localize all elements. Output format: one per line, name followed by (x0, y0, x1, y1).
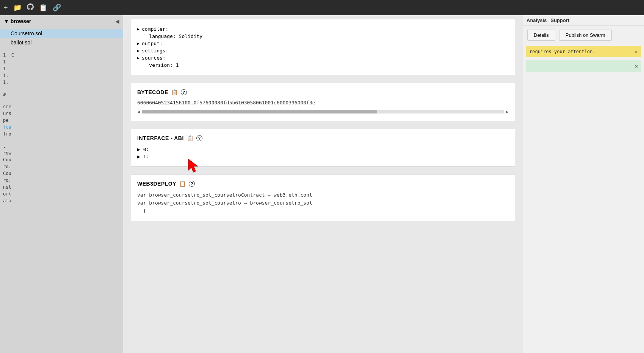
tab-analysis[interactable]: Analysis (526, 17, 547, 23)
output-row: ▶ output: (137, 40, 509, 47)
notification-green: ✕ (526, 60, 641, 72)
code-line: [ca (3, 124, 120, 131)
code-line: , (3, 143, 120, 150)
code-line: ro. (3, 163, 120, 170)
compiler-panel: ▶ compiler: language: Solidity ▶ output:… (131, 19, 515, 75)
abi-copy-icon[interactable]: 📋 (187, 135, 193, 141)
right-header: Analysis Support (523, 15, 644, 26)
sidebar-collapse-btn[interactable]: ◀ (115, 18, 119, 24)
bytecode-copy-icon[interactable]: 📋 (171, 89, 178, 95)
code-line: ro. (3, 177, 120, 184)
notification-green-text (530, 63, 532, 69)
right-panel: Analysis Support Details Publish on Swar… (523, 15, 644, 353)
code-line: 1 (3, 65, 120, 72)
compiler-row: ▶ compiler: (137, 25, 509, 33)
coursetro-label: Coursetro.sol (11, 30, 42, 36)
abi-panel-inner: ▶ 0: ▶ 1: (137, 146, 509, 160)
bytecode-title: BYTECODE (137, 89, 168, 95)
triangle-settings[interactable]: ▶ (137, 49, 142, 53)
code-line: nst (3, 184, 120, 191)
content-area: ▶ compiler: language: Solidity ▶ output:… (123, 15, 523, 353)
abi-header: INTERFACE - ABI 📋 ? (137, 135, 509, 141)
ballot-label: ballot.sol (11, 39, 31, 46)
link-icon[interactable]: 🔗 (53, 3, 61, 12)
code-line: or( (3, 191, 120, 197)
settings-row: ▶ settings: (137, 47, 509, 54)
bytecode-value: 606060405234156100…0f57600080fd5b6103058… (137, 100, 509, 106)
sidebar-item-coursetro[interactable]: Coursetro.sol (0, 29, 123, 38)
plus-icon[interactable]: + (4, 4, 8, 12)
bytecode-help-icon[interactable]: ? (181, 89, 187, 95)
code-line: ⌀ (3, 91, 120, 98)
action-buttons: Details Publish on Swarm (523, 26, 644, 44)
sidebar-tree: Coursetro.sol ballot.sol (0, 27, 123, 49)
code-line: 1. (3, 72, 120, 79)
code-line: 1. (3, 79, 120, 86)
web3deploy-code: var browser_coursetro_sol_coursetroContr… (137, 191, 509, 215)
main-layout: ▼ browser ◀ Coursetro.sol ballot.sol 1 C… (0, 15, 644, 353)
scrollbar-thumb (142, 110, 377, 113)
code-line: 1 (3, 58, 120, 65)
notification-yellow-text: requires your attention. (530, 49, 595, 54)
language-row: language: Solidity (137, 33, 509, 40)
sidebar-header: ▼ browser ◀ (0, 15, 123, 27)
copy-icon[interactable]: 📋 (39, 3, 47, 12)
sidebar-code-area: 1 C 1 1 1. 1. ⌀ cre urs pe [ca fro , row… (0, 49, 123, 353)
browser-tree-label[interactable]: ▼ browser (4, 18, 31, 24)
notification-yellow: requires your attention. ✕ (526, 46, 641, 57)
code-line: fro (3, 131, 120, 137)
sources-label: sources: (142, 55, 166, 61)
web3deploy-help-icon[interactable]: ? (189, 181, 195, 187)
output-label: output: (142, 41, 163, 46)
compiler-label: compiler: (142, 26, 168, 32)
scroll-left-arrow[interactable]: ◀ (137, 110, 140, 114)
code-line: ata (3, 197, 120, 204)
web3deploy-panel: WEB3DEPLOY 📋 ? var browser_coursetro_sol… (131, 174, 515, 221)
abi-item-1[interactable]: ▶ 1: (137, 153, 509, 160)
triangle-compiler[interactable]: ▶ (137, 27, 142, 31)
code-line: pe (3, 117, 120, 124)
language-label: language: Solidity (137, 33, 202, 39)
version-row: version: 1 (137, 61, 509, 69)
folder-icon[interactable]: 📁 (13, 3, 22, 12)
web3deploy-copy-icon[interactable]: 📋 (179, 181, 186, 187)
code-line: Cou (3, 156, 120, 163)
notification-yellow-close[interactable]: ✕ (635, 49, 638, 55)
settings-label: settings: (142, 48, 168, 54)
code-line: row (3, 150, 120, 156)
web3deploy-line-3: { (137, 207, 509, 215)
bytecode-panel: BYTECODE 📋 ? 606060405234156100…0f576000… (131, 83, 515, 121)
code-line: Cou (3, 170, 120, 177)
abi-title: INTERFACE - ABI (137, 135, 184, 141)
version-label: version: 1 (137, 62, 179, 68)
triangle-output[interactable]: ▶ (137, 41, 142, 46)
code-line: urs (3, 110, 120, 117)
sources-row: ▶ sources: (137, 54, 509, 61)
code-line: cre (3, 103, 120, 110)
top-nav: + 📁 📋 🔗 (0, 0, 644, 15)
abi-panel: INTERFACE - ABI 📋 ? ▶ 0: ▶ 1: (131, 129, 515, 167)
web3deploy-line-1: var browser_coursetro_sol_coursetroContr… (137, 191, 509, 199)
github-icon[interactable] (27, 3, 34, 12)
code-line: 1 C (3, 52, 120, 58)
web3deploy-header: WEB3DEPLOY 📋 ? (137, 181, 509, 187)
bytecode-header: BYTECODE 📋 ? (137, 89, 509, 95)
scroll-right-arrow[interactable]: ▶ (506, 110, 509, 114)
notification-green-close[interactable]: ✕ (635, 63, 638, 69)
scrollbar-track[interactable] (142, 110, 504, 113)
tab-support[interactable]: Support (550, 17, 569, 23)
web3deploy-line-2: var browser_coursetro_sol_coursetro = br… (137, 199, 509, 207)
web3deploy-title: WEB3DEPLOY (137, 181, 176, 187)
sidebar-item-ballot[interactable]: ballot.sol (0, 38, 123, 47)
triangle-sources[interactable]: ▶ (137, 56, 142, 60)
svg-marker-0 (188, 159, 198, 172)
details-button[interactable]: Details (527, 30, 555, 41)
abi-item-0[interactable]: ▶ 0: (137, 146, 509, 153)
sidebar: ▼ browser ◀ Coursetro.sol ballot.sol 1 C… (0, 15, 123, 353)
publish-on-swarm-button[interactable]: Publish on Swarm (559, 30, 612, 41)
abi-help-icon[interactable]: ? (196, 135, 202, 141)
bytecode-scrollbar[interactable]: ◀ ▶ (137, 109, 509, 115)
